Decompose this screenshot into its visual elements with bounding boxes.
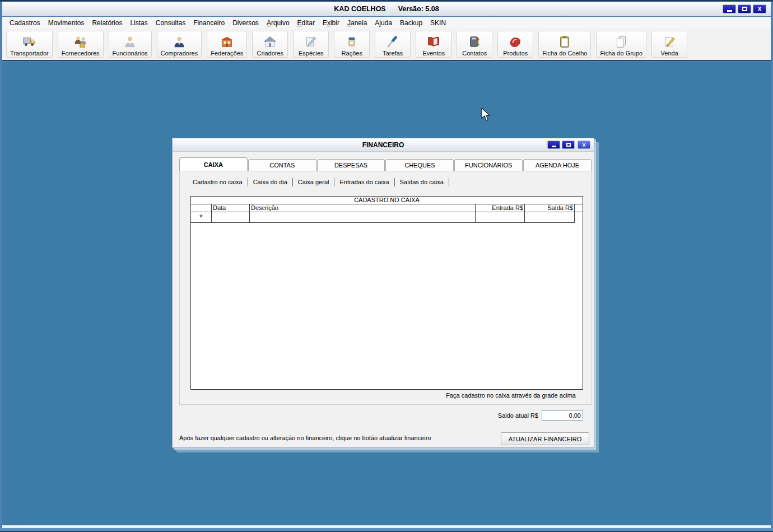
toolbar-button-ficha-grupo[interactable]: Ficha do Grupo	[596, 31, 646, 58]
menu-skin[interactable]: SKIN	[426, 18, 450, 28]
toolbar-button-especies[interactable]: Espécies	[293, 31, 329, 58]
tab-despesas[interactable]: DESPESAS	[317, 159, 385, 171]
toolbar-button-fornecedores[interactable]: Fornecedores	[58, 31, 104, 58]
toolbar-button-label: Federações	[211, 50, 243, 57]
subtab-caixa-do-dia[interactable]: Caixa do dia	[248, 178, 293, 186]
close-icon: X	[582, 142, 585, 148]
subtab-cadastro-no-caixa[interactable]: Cadastro no caixa	[188, 178, 248, 186]
close-button[interactable]: X	[753, 4, 766, 13]
menu-financeiro[interactable]: Financeiro	[189, 18, 229, 28]
tab-funcionarios[interactable]: FUNCIONÁRIOS	[454, 159, 523, 171]
toolbar-button-label: Transportador	[10, 50, 49, 57]
grid-header-descricao: Descrição	[250, 204, 476, 212]
feed-jar-icon	[344, 35, 359, 49]
toolbar-button-funcionarios[interactable]: Funcionários	[109, 31, 152, 58]
maximize-button[interactable]	[738, 4, 751, 13]
toolbar-button-venda[interactable]: Venda	[651, 31, 687, 58]
maximize-icon	[566, 143, 571, 147]
grid-new-row-selector[interactable]: *	[191, 212, 212, 223]
toolbar-button-label: Venda	[661, 50, 678, 57]
grid-header-entrada: Entrada R$	[476, 204, 525, 212]
grid-header-selector	[191, 204, 212, 212]
subtab-caixa-geral[interactable]: Caixa geral	[293, 178, 335, 186]
tab-cheques[interactable]: CHEQUES	[385, 159, 454, 171]
minimize-icon	[552, 146, 556, 147]
toolbar-button-federacoes[interactable]: Federações	[207, 31, 247, 58]
grid-header-row: Data Descrição Entrada R$ Saída R$	[191, 204, 583, 212]
footer-note-text: Após fazer qualquer cadastro ou alteraçã…	[179, 435, 431, 441]
products-meat-icon	[508, 35, 523, 49]
toolbar-button-label: Funcionários	[113, 50, 148, 57]
toolbar-button-label: Rações	[342, 50, 362, 57]
toolbar-button-racoes[interactable]: Rações	[334, 31, 370, 58]
financeiro-close-button[interactable]: X	[578, 141, 590, 149]
sale-pencil-icon	[662, 35, 677, 49]
app-title: KAD COELHOS	[334, 5, 385, 13]
grid-cell-saida[interactable]	[525, 212, 575, 223]
toolbar-button-label: Compradores	[161, 50, 198, 57]
truck-icon	[22, 35, 36, 49]
menu-relatorios[interactable]: Relatórios	[88, 18, 126, 28]
separator-line	[179, 405, 592, 406]
breeder-house-icon	[263, 35, 277, 49]
toolbar-button-label: Contatos	[462, 50, 487, 57]
menu-listas[interactable]: Listas	[126, 18, 151, 28]
new-row-marker: *	[192, 212, 210, 222]
toolbar-button-transportador[interactable]: Transportador	[6, 31, 53, 58]
app-version: Versão: 5.08	[398, 5, 439, 13]
financeiro-minimize-button[interactable]	[547, 141, 560, 149]
saldo-atual-field[interactable]	[542, 410, 583, 421]
toolbar-button-label: Produtos	[503, 50, 528, 57]
toolbar-button-label: Fornecedores	[62, 50, 100, 57]
minimize-button[interactable]	[723, 4, 736, 13]
atualizar-financeiro-button[interactable]: ATUALIZAR FINANCEIRO	[501, 432, 589, 445]
menu-arquivo[interactable]: Arquivo	[263, 18, 294, 28]
toolbar: Transportador Fornecedores Funcionários …	[2, 29, 771, 61]
menu-diversos[interactable]: Diversos	[229, 18, 263, 28]
grid-cell-data[interactable]	[212, 212, 250, 223]
maximize-icon	[742, 7, 747, 11]
menu-editar[interactable]: Editar	[294, 18, 319, 28]
grid-cell-entrada[interactable]	[476, 212, 525, 223]
toolbar-button-label: Criadores	[257, 50, 283, 57]
tab-contas[interactable]: CONTAS	[248, 159, 316, 171]
menu-consultas[interactable]: Consultas	[152, 18, 189, 28]
toolbar-button-ficha-coelho[interactable]: Ficha do Coelho	[538, 31, 591, 58]
toolbar-button-compradores[interactable]: Compradores	[157, 31, 202, 58]
toolbar-button-label: Eventos	[422, 50, 445, 57]
minimize-icon	[727, 10, 732, 12]
financeiro-window-controls: X	[547, 141, 590, 149]
menu-exibir[interactable]: Exibir	[319, 18, 343, 28]
toolbar-button-eventos[interactable]: Eventos	[416, 31, 451, 58]
federation-building-icon	[220, 35, 234, 49]
toolbar-button-criadores[interactable]: Criadores	[252, 31, 288, 58]
menu-backup[interactable]: Backup	[396, 18, 426, 28]
toolbar-button-contatos[interactable]: Contatos	[457, 31, 492, 58]
tab-caixa[interactable]: CAIXA	[179, 157, 248, 171]
group-record-pages-icon	[614, 35, 628, 49]
toolbar-button-produtos[interactable]: Produtos	[497, 31, 533, 58]
saldo-atual-label: Saldo atual R$	[498, 412, 538, 419]
menu-cadastros[interactable]: Cadastros	[6, 18, 44, 28]
financeiro-maximize-button[interactable]	[562, 141, 575, 149]
subtab-entradas-do-caixa[interactable]: Entradas do caixa	[334, 178, 394, 186]
toolbar-button-tarefas[interactable]: Tarefas	[375, 31, 411, 58]
separator-line	[179, 423, 592, 424]
grid-header-saida: Saída R$	[525, 204, 575, 212]
grid-hint-text: Faça cadastro no caixa através da grade …	[183, 392, 576, 399]
rabbit-record-clipboard-icon	[557, 35, 572, 49]
toolbar-button-label: Ficha do Grupo	[600, 50, 642, 57]
menu-ajuda[interactable]: Ajuda	[371, 18, 396, 28]
menu-bar: Cadastros Movimentos Relatórios Listas C…	[2, 17, 771, 29]
cadastro-caixa-grid: CADASTRO NO CAIXA Data Descrição Entrada…	[190, 196, 583, 390]
financeiro-titlebar: FINANCEIRO X	[173, 138, 594, 152]
grid-cell-descricao[interactable]	[250, 212, 476, 223]
toolbar-button-label: Ficha do Coelho	[542, 50, 587, 57]
toolbar-button-label: Tarefas	[383, 50, 403, 57]
menu-janela[interactable]: Janela	[343, 18, 371, 28]
subtab-saidas-do-caixa[interactable]: Saídas do caixa	[395, 178, 449, 186]
grid-new-row: *	[191, 212, 583, 223]
tab-agenda-hoje[interactable]: AGENDA HOJE	[523, 159, 592, 171]
menu-movimentos[interactable]: Movimentos	[44, 18, 89, 28]
window-controls: X	[723, 4, 766, 13]
